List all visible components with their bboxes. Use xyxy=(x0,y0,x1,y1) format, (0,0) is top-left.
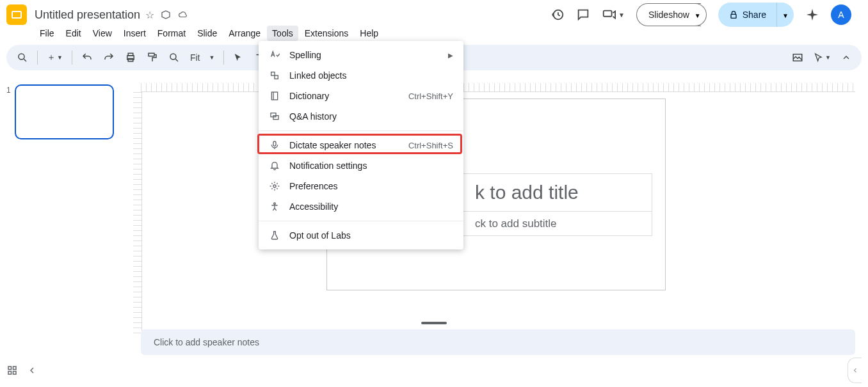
menu-item-shortcut: Ctrl+Shift+S xyxy=(408,141,453,150)
zoom-select[interactable]: Fit▼ xyxy=(186,50,218,65)
cursor-dropdown[interactable]: ▼ xyxy=(810,50,835,65)
pref-icon xyxy=(269,181,280,191)
svg-rect-7 xyxy=(149,53,154,56)
svg-rect-12 xyxy=(8,372,12,375)
gemini-icon[interactable] xyxy=(805,8,819,22)
menu-slide[interactable]: Slide xyxy=(192,26,222,41)
grid-view-icon[interactable] xyxy=(6,365,18,376)
insert-image-icon[interactable] xyxy=(788,49,807,66)
tools-dropdown: Spelling▶Linked objectsDictionaryCtrl+Sh… xyxy=(259,41,463,249)
menu-arrange[interactable]: Arrange xyxy=(223,26,266,41)
horizontal-ruler xyxy=(141,83,855,92)
select-tool[interactable] xyxy=(229,50,247,65)
lock-icon xyxy=(728,10,739,20)
slide-thumbnail[interactable] xyxy=(15,84,114,139)
menu-format[interactable]: Format xyxy=(152,26,191,41)
menu-item-spelling[interactable]: Spelling▶ xyxy=(259,45,463,65)
zoom-button[interactable] xyxy=(165,49,184,66)
svg-rect-1 xyxy=(604,11,612,17)
redo-button[interactable] xyxy=(99,49,118,66)
slide-number: 1 xyxy=(6,84,11,139)
svg-rect-13 xyxy=(13,372,17,375)
a11y-icon xyxy=(269,201,280,212)
prev-slide-icon[interactable] xyxy=(27,365,37,376)
history-icon[interactable] xyxy=(551,8,565,22)
menu-view[interactable]: View xyxy=(88,26,117,41)
menu-extensions[interactable]: Extensions xyxy=(300,26,353,41)
menu-item-label: Spelling xyxy=(289,50,439,60)
flask-icon xyxy=(269,230,280,241)
svg-rect-19 xyxy=(273,141,276,146)
svg-rect-5 xyxy=(128,53,133,56)
share-button[interactable]: Share xyxy=(718,3,776,27)
canvas-area: k to add title ck to add subtitle xyxy=(128,75,868,349)
menu-item-dictate-speaker-notes[interactable]: Dictate speaker notesCtrl+Shift+S xyxy=(259,135,463,155)
new-slide-button[interactable]: ＋ ▼ xyxy=(43,49,67,66)
slides-logo[interactable] xyxy=(6,4,27,25)
svg-rect-11 xyxy=(13,367,17,370)
menu-item-opt-out-of-labs[interactable]: Opt out of Labs xyxy=(259,225,463,246)
collapse-toolbar[interactable] xyxy=(837,50,855,65)
spell-icon xyxy=(269,50,280,60)
svg-rect-2 xyxy=(731,14,736,18)
menu-insert[interactable]: Insert xyxy=(118,26,151,41)
menu-help[interactable]: Help xyxy=(355,26,383,41)
share-dropdown[interactable]: ▼ xyxy=(776,3,794,27)
chevron-right-icon: ▶ xyxy=(448,52,453,59)
svg-rect-15 xyxy=(275,75,278,79)
present-icon[interactable]: ▼ xyxy=(602,8,625,22)
menu-item-label: Preferences xyxy=(289,181,453,191)
menu-item-notification-settings[interactable]: Notification settings xyxy=(259,155,463,176)
dict-icon xyxy=(269,91,280,101)
menu-item-label: Linked objects xyxy=(289,70,453,81)
svg-point-20 xyxy=(273,185,276,187)
speaker-notes[interactable]: Click to add speaker notes xyxy=(141,329,855,355)
menu-item-label: Dictate speaker notes xyxy=(289,140,399,150)
search-icon[interactable] xyxy=(13,49,32,66)
menu-tools[interactable]: Tools xyxy=(267,26,298,41)
move-icon[interactable] xyxy=(161,10,171,20)
menu-file[interactable]: File xyxy=(35,26,60,41)
mic-icon xyxy=(269,140,280,150)
explore-tab-icon[interactable] xyxy=(848,358,862,383)
menu-item-label: Q&A history xyxy=(289,111,453,122)
comment-icon[interactable] xyxy=(576,8,590,22)
menu-item-label: Opt out of Labs xyxy=(289,230,453,241)
menu-item-label: Dictionary xyxy=(289,91,399,101)
vertical-ruler xyxy=(133,92,142,336)
svg-rect-16 xyxy=(271,92,277,100)
paint-format-button[interactable] xyxy=(143,49,162,66)
doc-title[interactable]: Untitled presentation xyxy=(35,8,140,22)
slideshow-dropdown[interactable]: ▼ xyxy=(689,3,707,26)
svg-rect-10 xyxy=(8,367,12,370)
avatar[interactable]: A xyxy=(831,4,851,25)
svg-point-3 xyxy=(19,54,24,59)
menu-edit[interactable]: Edit xyxy=(61,26,86,41)
share-label: Share xyxy=(743,10,766,20)
print-button[interactable] xyxy=(121,49,140,66)
menu-item-dictionary[interactable]: DictionaryCtrl+Shift+Y xyxy=(259,86,463,106)
menu-item-label: Accessibility xyxy=(289,201,453,212)
undo-button[interactable] xyxy=(77,49,97,66)
star-icon[interactable]: ☆ xyxy=(145,9,154,21)
filmstrip: 1 xyxy=(0,75,128,349)
menu-item-shortcut: Ctrl+Shift+Y xyxy=(408,91,453,101)
cloud-icon[interactable] xyxy=(177,10,189,19)
svg-rect-14 xyxy=(271,72,275,75)
menu-item-q-a-history[interactable]: Q&A history xyxy=(259,106,463,127)
link-icon xyxy=(269,70,280,81)
menu-item-linked-objects[interactable]: Linked objects xyxy=(259,65,463,86)
qa-icon xyxy=(269,111,280,122)
svg-point-21 xyxy=(274,203,276,205)
bell-icon xyxy=(269,161,280,171)
menu-item-label: Notification settings xyxy=(289,161,453,171)
menu-item-accessibility[interactable]: Accessibility xyxy=(259,196,463,217)
zoom-label: Fit xyxy=(190,52,200,63)
menu-item-preferences[interactable]: Preferences xyxy=(259,176,463,196)
svg-point-8 xyxy=(170,54,176,59)
notes-resize-handle[interactable] xyxy=(421,322,447,324)
